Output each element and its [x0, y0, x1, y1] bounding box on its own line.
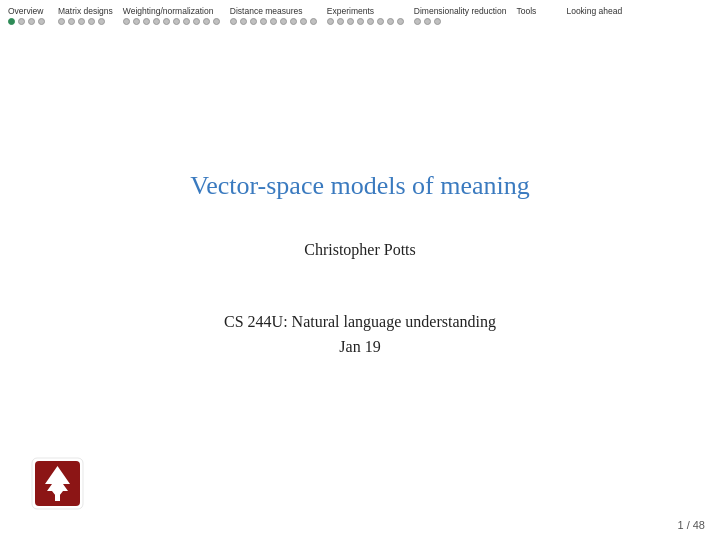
dot[interactable] — [193, 18, 200, 25]
slide-title: Vector-space models of meaning — [190, 171, 530, 201]
slide-author: Christopher Potts — [304, 241, 416, 259]
dot[interactable] — [367, 18, 374, 25]
dot[interactable] — [98, 18, 105, 25]
nav-bar: Overview Matrix designs Weighting/normal… — [0, 0, 720, 29]
nav-dots-distance — [230, 18, 317, 25]
course-line2: Jan 19 — [339, 338, 380, 355]
nav-section-distance[interactable]: Distance measures — [230, 6, 317, 25]
dot[interactable] — [280, 18, 287, 25]
dot[interactable] — [68, 18, 75, 25]
nav-label-distance: Distance measures — [230, 6, 303, 16]
dot[interactable] — [300, 18, 307, 25]
nav-dots-dimreduction — [414, 18, 441, 25]
dot[interactable] — [357, 18, 364, 25]
nav-section-dimreduction[interactable]: Dimensionality reduction — [414, 6, 507, 25]
nav-dots-weighting — [123, 18, 220, 25]
dot[interactable] — [414, 18, 421, 25]
nav-section-experiments[interactable]: Experiments — [327, 6, 404, 25]
nav-label-weighting: Weighting/normalization — [123, 6, 214, 16]
nav-label-looking-ahead: Looking ahead — [566, 6, 622, 16]
dot[interactable] — [58, 18, 65, 25]
dot[interactable] — [163, 18, 170, 25]
dot[interactable] — [260, 18, 267, 25]
dot[interactable] — [347, 18, 354, 25]
dot[interactable] — [123, 18, 130, 25]
nav-label-overview: Overview — [8, 6, 43, 16]
dot[interactable] — [18, 18, 25, 25]
nav-dots-overview — [8, 18, 45, 25]
nav-label-tools: Tools — [516, 6, 536, 16]
dot[interactable] — [143, 18, 150, 25]
dot[interactable] — [327, 18, 334, 25]
slide: Overview Matrix designs Weighting/normal… — [0, 0, 720, 541]
nav-dots-experiments — [327, 18, 404, 25]
dot[interactable] — [434, 18, 441, 25]
nav-label-experiments: Experiments — [327, 6, 374, 16]
dot[interactable] — [203, 18, 210, 25]
stanford-logo — [30, 456, 85, 511]
dot[interactable] — [88, 18, 95, 25]
dot[interactable] — [153, 18, 160, 25]
nav-section-looking-ahead[interactable]: Looking ahead — [566, 6, 622, 18]
nav-section-overview[interactable]: Overview — [8, 6, 48, 25]
main-content: Vector-space models of meaning Christoph… — [0, 29, 720, 541]
nav-section-tools[interactable]: Tools — [516, 6, 556, 18]
nav-section-weighting[interactable]: Weighting/normalization — [123, 6, 220, 25]
dot[interactable] — [133, 18, 140, 25]
dot[interactable] — [337, 18, 344, 25]
dot[interactable] — [424, 18, 431, 25]
nav-section-matrix[interactable]: Matrix designs — [58, 6, 113, 25]
dot[interactable] — [38, 18, 45, 25]
dot[interactable] — [173, 18, 180, 25]
nav-dots-matrix — [58, 18, 105, 25]
dot[interactable] — [310, 18, 317, 25]
dot[interactable] — [397, 18, 404, 25]
dot[interactable] — [8, 18, 15, 25]
nav-label-dimreduction: Dimensionality reduction — [414, 6, 507, 16]
dot[interactable] — [250, 18, 257, 25]
page-number: 1 / 48 — [677, 519, 705, 531]
dot[interactable] — [78, 18, 85, 25]
course-info: CS 244U: Natural language understanding … — [224, 309, 496, 360]
course-line1: CS 244U: Natural language understanding — [224, 313, 496, 330]
dot[interactable] — [270, 18, 277, 25]
dot[interactable] — [183, 18, 190, 25]
dot[interactable] — [28, 18, 35, 25]
dot[interactable] — [290, 18, 297, 25]
dot[interactable] — [230, 18, 237, 25]
dot[interactable] — [213, 18, 220, 25]
dot[interactable] — [387, 18, 394, 25]
dot[interactable] — [240, 18, 247, 25]
nav-label-matrix: Matrix designs — [58, 6, 113, 16]
dot[interactable] — [377, 18, 384, 25]
